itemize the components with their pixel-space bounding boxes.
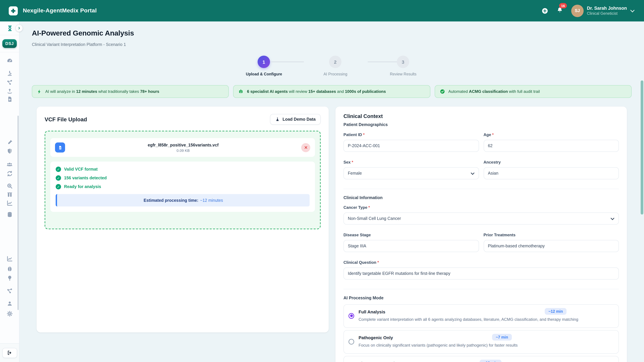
upload-card-title: VCF File Upload [44,116,87,123]
prior-treatments-input[interactable] [484,240,619,252]
user-icon[interactable] [6,300,13,307]
user-name: Dr. Sarah Johnson [587,6,627,11]
prior-treatments-field-group: Prior Treatments [484,233,619,252]
robot-icon [238,89,244,94]
required-asterisk: * [363,133,364,137]
lightbulb-icon[interactable] [6,275,13,282]
chart-line-alt-icon[interactable] [6,255,13,262]
clinical-context-card: Clinical Context Patient Demographics Pa… [336,107,627,362]
dna-helix-icon [7,25,13,31]
arrows-rotate-icon[interactable] [6,170,13,177]
radio-selected-icon[interactable] [348,313,354,319]
app-root: Nexgile-AgentMedix Portal 16 SJ Dr. Sara… [0,0,644,362]
mode-duration-badge: ~12 min [545,308,566,315]
age-label: Age [484,133,491,137]
lightning-icon [37,89,42,94]
vcf-dropzone[interactable]: egfr_l858r_positive_156variants.vcf 0.09… [44,131,321,229]
banner-acmg: Automated ACMG classification with full … [434,85,632,98]
sidebar-scrollbar[interactable] [18,116,19,310]
progress-stepper: 1 2 3 Upload & Configure AI Processing R… [32,56,632,80]
mode-pathogenic-only[interactable]: Pathogenic Only Focus on clinically sign… [344,330,619,354]
patient-id-input[interactable] [344,140,479,152]
required-asterisk: * [368,205,370,210]
check-icon: ✓ [56,167,61,172]
add-plus-circle-icon[interactable] [541,7,548,14]
mode-therapy-focused[interactable]: Therapy Focused ~10 min [344,356,619,362]
uploaded-file-row: egfr_l858r_positive_156variants.vcf 0.09… [50,138,315,157]
banner-speed: AI will analyze in 12 minutes what tradi… [32,85,229,98]
medical-cross-logo-icon [9,6,18,15]
page-subtitle: Clinical Variant Interpretation Platform… [32,42,632,47]
user-menu[interactable]: SJ Dr. Sarah Johnson Clinical Geneticist [571,4,635,17]
clinical-card-title: Clinical Context [344,113,619,119]
share-nodes-icon[interactable] [6,79,13,86]
disease-stage-field-group: Disease Stage [344,233,479,252]
sidebar-expand-button[interactable] [16,24,23,32]
users-icon[interactable] [6,161,13,168]
cancer-type-select[interactable]: Non-Small Cell Lung Cancer [344,213,619,225]
file-plus-icon[interactable] [6,96,13,103]
clinical-question-label: Clinical Question [344,260,376,265]
gear-icon[interactable] [6,310,13,317]
age-input[interactable] [484,140,619,152]
profile-initials-badge[interactable]: DSJ [2,39,17,48]
file-size: 0.09 KB [65,148,301,152]
user-role: Clinical Geneticist [587,11,627,16]
step-1-label: Upload & Configure [234,72,294,76]
ancestry-input[interactable] [484,167,619,179]
check-icon: ✓ [56,184,61,190]
clinical-question-input[interactable] [344,268,619,280]
required-asterisk: * [352,160,353,165]
app-title: Nexgile-AgentMedix Portal [23,7,97,14]
disease-stage-label: Disease Stage [344,233,371,238]
page-title: AI-Powered Genomic Analysis [32,29,632,37]
logout-button[interactable] [2,348,17,358]
ancestry-label: Ancestry [484,160,501,165]
remove-file-button[interactable] [301,143,310,152]
dashboard-gauge-icon[interactable] [6,57,13,64]
sex-label: Sex [344,160,351,165]
page-scrollbar[interactable] [641,80,643,215]
step-3-label: Review Results [373,72,433,76]
sex-field-group: Sex* Female [344,160,479,179]
mode-full-analysis[interactable]: Full Analysis Complete variant interpret… [344,305,619,328]
vials-icon[interactable] [6,191,13,198]
ai-mode-options: Full Analysis Complete variant interpret… [344,305,619,362]
step-connector [271,61,304,62]
file-document-icon [55,143,65,153]
shield-icon[interactable] [6,148,13,155]
clinical-question-field-group: Clinical Question* [344,260,619,280]
validation-item: ✓ 156 variants detected [56,175,310,181]
check-circle-icon [440,89,445,94]
mode-duration-badge: ~10 min [480,360,502,362]
main-content: AI-Powered Genomic Analysis Clinical Var… [20,21,644,362]
load-demo-data-button[interactable]: Load Demo Data [270,114,321,125]
chevron-down-icon [630,8,634,12]
step-1-circle[interactable]: 1 [258,56,270,68]
mode-description: Complete variant interpretation with all… [358,317,578,322]
sex-select[interactable]: Female [344,167,479,179]
disease-stage-input[interactable] [344,240,479,252]
brain-icon[interactable] [6,266,13,272]
validation-item: ✓ Valid VCF format [56,167,310,172]
cancer-type-label: Cancer Type [344,205,367,210]
notifications-bell-icon[interactable]: 16 [556,7,563,15]
step-2-circle[interactable]: 2 [329,56,342,68]
demographics-heading: Patient Demographics [344,122,619,127]
mode-title: Therapy Focused [358,361,394,362]
patient-id-label: Patient ID [344,133,362,137]
microscope-icon[interactable] [6,70,13,77]
magnifier-plus-icon[interactable] [6,183,13,189]
database-icon[interactable] [6,211,13,218]
vial-icon[interactable] [6,139,13,146]
share-nodes-alt-icon[interactable] [6,288,13,294]
flask-icon [275,117,280,122]
upload-icon[interactable] [6,88,13,94]
chart-line-icon[interactable] [6,200,13,206]
mode-description: Focus on clinically significant variants… [358,343,518,348]
required-asterisk: * [377,260,379,265]
radio-icon[interactable] [348,339,354,345]
required-asterisk: * [492,133,494,137]
step-3-circle[interactable]: 3 [397,56,409,68]
processing-time-estimate: Estimated processing time: ~12 minutes [56,194,310,207]
